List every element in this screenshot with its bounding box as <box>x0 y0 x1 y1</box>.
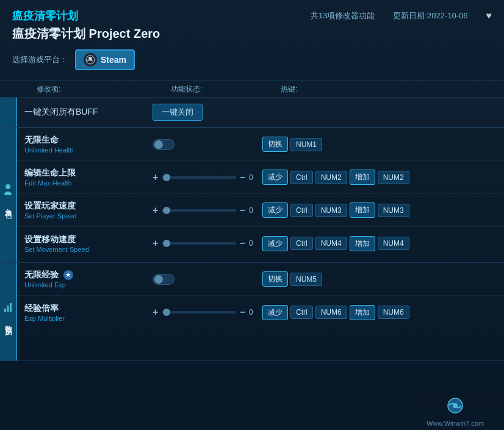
watermark: Www.Winwin7.com <box>406 393 504 430</box>
hotkeys-player-speed: 减少 Ctrl NUM3 增加 NUM3 <box>262 202 409 218</box>
slider-plus-3[interactable]: + <box>153 238 158 249</box>
slider-val-4: 0 <box>249 308 256 317</box>
mod-status-unlimited-health <box>153 139 262 150</box>
slider-player-speed: + − 0 <box>153 205 256 216</box>
svg-point-7 <box>453 403 458 408</box>
hotkey-increase-3[interactable]: 增加 <box>350 236 375 251</box>
hotkeys-edit-max-health: 减少 Ctrl NUM2 增加 NUM2 <box>262 170 409 185</box>
hotkey-num4-inc[interactable]: NUM4 <box>378 237 409 250</box>
slider-thumb-2[interactable] <box>163 207 170 214</box>
hotkey-ctrl-2[interactable]: Ctrl <box>290 204 313 217</box>
hotkey-decrease-1[interactable]: 减少 <box>262 170 288 185</box>
hotkey-decrease-3[interactable]: 减少 <box>262 236 288 251</box>
slider-minus-4[interactable]: − <box>240 307 245 318</box>
hotkey-num4-dec[interactable]: NUM4 <box>315 237 347 250</box>
hotkey-switch-btn[interactable]: 切换 <box>262 137 288 152</box>
hotkey-increase-2[interactable]: 增加 <box>350 202 375 218</box>
hotkey-num1-btn[interactable]: NUM1 <box>290 138 322 151</box>
svg-point-2 <box>5 184 10 189</box>
side-tab-label-data: 数据 <box>3 319 13 324</box>
steam-button[interactable]: Steam <box>75 49 135 70</box>
mod-cn-movement-speed: 设置移动速度 <box>24 234 153 245</box>
col-header-hotkey: 热键: <box>281 84 492 95</box>
hotkey-num2-dec[interactable]: NUM2 <box>315 171 347 184</box>
hotkeys-exp-multiplier: 减少 Ctrl NUM6 增加 NUM6 <box>262 305 409 320</box>
mod-name-exp-multiplier: 经验倍率 Exp Multiplier <box>24 303 153 322</box>
mod-name-unlimited-health: 无限生命 Unlimited Health <box>24 135 153 154</box>
hotkey-num6-inc[interactable]: NUM6 <box>378 306 409 319</box>
side-tab-data: 数据 <box>0 263 17 360</box>
header-title-main: 瘟疫清零计划 <box>12 9 78 23</box>
hotkeys-unlimited-exp: 切换 NUM5 <box>262 271 322 287</box>
mod-row-edit-max-health: 编辑生命上限 Edit Max Health + − 0 减少 Ctr <box>17 161 504 194</box>
meta-count: 共13项修改器功能 <box>311 10 375 21</box>
side-tab-label-character: 角色 <box>3 202 13 207</box>
slider-minus-1[interactable]: − <box>240 172 245 183</box>
mod-cn-unlimited-exp: 无限经验 ★ <box>24 270 153 281</box>
mod-en-exp-multiplier: Exp Multiplier <box>24 315 153 322</box>
hotkey-increase-1[interactable]: 增加 <box>350 170 375 185</box>
hotkey-switch-exp[interactable]: 切换 <box>262 271 288 287</box>
favorite-icon[interactable]: ♥ <box>486 10 492 21</box>
hotkey-num5[interactable]: NUM5 <box>290 273 322 286</box>
mod-name-unlimited-exp: 无限经验 ★ Unlimited Exp <box>24 270 153 288</box>
svg-rect-5 <box>10 303 12 312</box>
slider-minus-3[interactable]: − <box>240 238 245 249</box>
close-all-button[interactable]: 一键关闭 <box>153 104 203 121</box>
mod-en-unlimited-exp: Unlimited Exp <box>24 281 153 288</box>
watermark-text: Www.Winwin7.com <box>427 420 484 427</box>
slider-plus-2[interactable]: + <box>153 205 158 216</box>
slider-track-3[interactable] <box>162 242 236 245</box>
mod-name-player-speed: 设置玩家速度 Set Player Speed <box>24 201 153 220</box>
hotkey-decrease-4[interactable]: 减少 <box>262 305 288 320</box>
side-tab-character: 角色 <box>0 128 17 262</box>
hotkey-ctrl-4[interactable]: Ctrl <box>290 306 313 319</box>
slider-track-1[interactable] <box>162 176 236 179</box>
header-top: 瘟疫清零计划 共13项修改器功能 更新日期:2022-10-06 ♥ <box>12 9 492 23</box>
section-character: 角色 无限生命 Unlimited Health 切换 NUM1 <box>0 128 504 263</box>
character-mods: 无限生命 Unlimited Health 切换 NUM1 编辑生命上限 Edi <box>17 128 504 262</box>
slider-edit-max-health: + − 0 <box>153 172 256 183</box>
mod-status-movement-speed: + − 0 <box>153 238 262 249</box>
hotkey-num3-dec[interactable]: NUM3 <box>315 204 347 217</box>
toggle-unlimited-exp[interactable] <box>153 274 175 285</box>
slider-track-2[interactable] <box>162 209 236 212</box>
mod-status-unlimited-exp <box>153 274 262 285</box>
slider-thumb-1[interactable] <box>163 174 170 181</box>
slider-thumb-4[interactable] <box>163 309 170 316</box>
mod-row-unlimited-health: 无限生命 Unlimited Health 切换 NUM1 <box>17 128 504 161</box>
mod-row-player-speed: 设置玩家速度 Set Player Speed + − 0 减少 Ct <box>17 194 504 227</box>
toggle-knob-exp <box>154 275 163 284</box>
slider-minus-2[interactable]: − <box>240 205 245 216</box>
slider-track-4[interactable] <box>162 311 236 314</box>
slider-thumb-3[interactable] <box>163 240 170 247</box>
mod-en-movement-speed: Set Movement Speed <box>24 246 153 253</box>
hotkey-num6-dec[interactable]: NUM6 <box>315 306 347 319</box>
mod-cn-exp-multiplier: 经验倍率 <box>24 303 153 314</box>
buff-close-name: 一键关闭所有BUFF <box>24 107 153 118</box>
hotkey-decrease-2[interactable]: 减少 <box>262 202 288 218</box>
hotkey-ctrl-1[interactable]: Ctrl <box>290 171 313 184</box>
mod-name-edit-max-health: 编辑生命上限 Edit Max Health <box>24 168 153 187</box>
steam-label: Steam <box>101 55 126 65</box>
hotkeys-movement-speed: 减少 Ctrl NUM4 增加 NUM4 <box>262 236 409 251</box>
mod-status-edit-max-health: + − 0 <box>153 172 262 183</box>
hotkey-increase-4[interactable]: 增加 <box>350 305 375 320</box>
hotkey-ctrl-3[interactable]: Ctrl <box>290 237 313 250</box>
mod-en-unlimited-health: Unlimited Health <box>24 146 153 154</box>
platform-row: 选择游戏平台： Steam <box>12 49 492 70</box>
slider-plus-1[interactable]: + <box>153 172 158 183</box>
slider-plus-4[interactable]: + <box>153 307 158 318</box>
mod-cn-player-speed: 设置玩家速度 <box>24 201 153 212</box>
buff-row: 一键关闭所有BUFF 一键关闭 <box>0 98 504 128</box>
meta-date: 更新日期:2022-10-06 <box>393 10 467 21</box>
header: 瘟疫清零计划 共13项修改器功能 更新日期:2022-10-06 ♥ 瘟疫清零计… <box>0 0 504 81</box>
data-mods: 无限经验 ★ Unlimited Exp 切换 NUM5 <box>17 263 504 360</box>
toggle-unlimited-health[interactable] <box>153 139 175 150</box>
hotkey-num3-inc[interactable]: NUM3 <box>378 204 409 217</box>
watermark-logo <box>443 396 467 418</box>
mod-row-exp-multiplier: 经验倍率 Exp Multiplier + − 0 减少 Ctrl <box>17 296 504 329</box>
slider-val-3: 0 <box>249 239 256 248</box>
hotkey-num2-inc[interactable]: NUM2 <box>378 171 409 184</box>
section-data: 数据 无限经验 ★ Unlimited Exp 切换 <box>0 263 504 361</box>
